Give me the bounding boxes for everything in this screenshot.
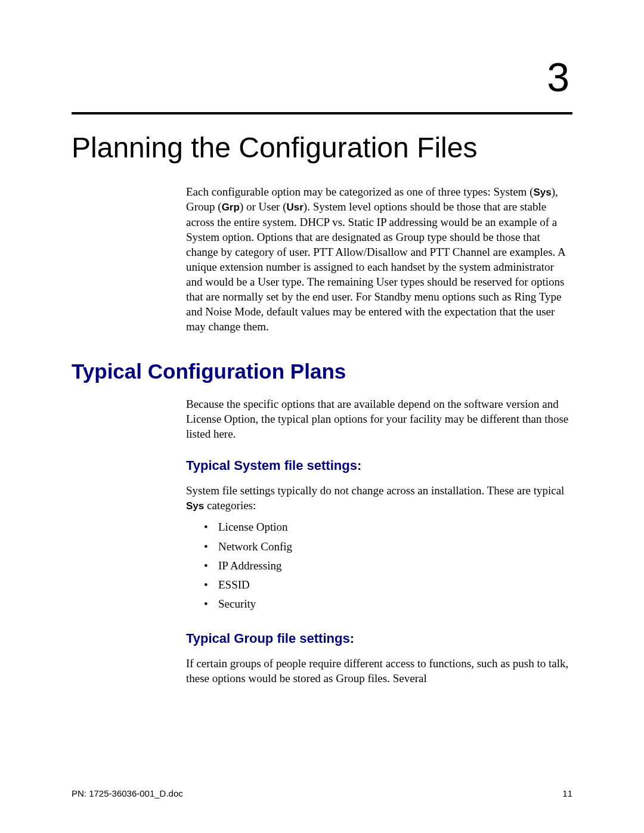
system-settings-list: License Option Network Config IP Address… — [204, 518, 572, 614]
chapter-divider — [72, 112, 572, 114]
subsection-group-paragraph: If certain groups of people require diff… — [186, 656, 572, 686]
intro-bold-sys: Sys — [533, 187, 551, 198]
intro-bold-grp: Grp — [222, 202, 240, 213]
document-page: 3 Planning the Configuration Files Each … — [0, 0, 644, 833]
list-item: License Option — [204, 518, 572, 537]
sys-para-bold: Sys — [186, 500, 204, 512]
subsection-system-heading: Typical System file settings: — [186, 458, 572, 473]
sys-para-seg2: categories: — [204, 499, 256, 512]
chapter-title: Planning the Configuration Files — [72, 131, 572, 164]
intro-text-3: ) or User ( — [240, 200, 287, 213]
footer-page-number: 11 — [562, 788, 572, 798]
sys-para-seg1: System file settings typically do not ch… — [186, 484, 564, 497]
footer-document-id: PN: 1725-36036-001_D.doc — [72, 788, 183, 798]
chapter-number: 3 — [72, 54, 572, 100]
intro-text-1: Each configurable option may be categori… — [186, 185, 533, 198]
page-footer: PN: 1725-36036-001_D.doc 11 — [72, 788, 572, 798]
list-item: Security — [204, 594, 572, 614]
intro-bold-usr: Usr — [286, 202, 303, 213]
intro-paragraph: Each configurable option may be categori… — [186, 184, 572, 335]
section-heading: Typical Configuration Plans — [72, 360, 572, 383]
list-item: IP Addressing — [204, 556, 572, 575]
subsection-group-heading: Typical Group file settings: — [186, 631, 572, 646]
intro-text-4: ). System level options should be those … — [186, 200, 565, 333]
list-item: Network Config — [204, 537, 572, 556]
list-item: ESSID — [204, 575, 572, 594]
subsection-system-paragraph: System file settings typically do not ch… — [186, 483, 572, 513]
section-paragraph: Because the specific options that are av… — [186, 397, 572, 441]
